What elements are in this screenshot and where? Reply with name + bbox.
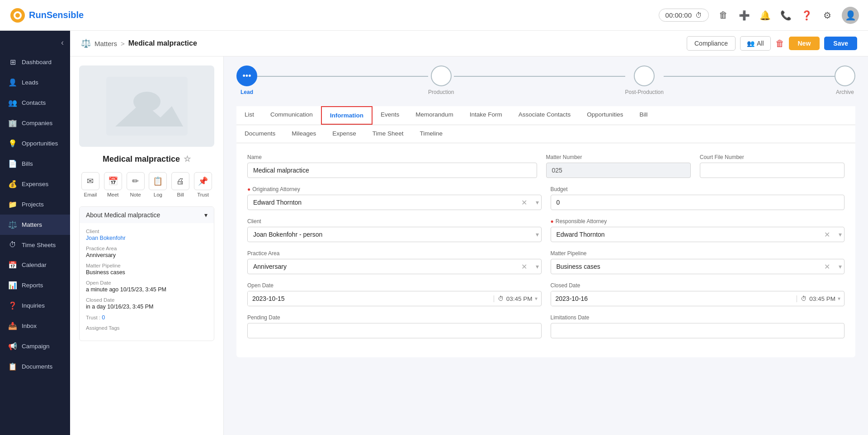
all-button[interactable]: 👥 All [740, 36, 771, 51]
sidebar-item-calendar[interactable]: 📅 Calendar [0, 255, 70, 275]
practice-area-label: Practice Area [247, 250, 542, 257]
about-trust-value[interactable]: 0 [102, 314, 105, 321]
matter-pipeline-input[interactable] [551, 259, 845, 274]
practice-area-arrow[interactable]: ▾ [536, 263, 539, 270]
pipeline-step-postprod[interactable]: Post-Production [625, 65, 664, 95]
compliance-button[interactable]: Compliance [687, 36, 736, 51]
tab-opportunities[interactable]: Opportunities [579, 106, 631, 125]
sidebar-item-contacts[interactable]: 👥 Contacts [0, 93, 70, 113]
settings-icon[interactable]: ⚙ [821, 9, 834, 22]
star-icon[interactable]: ☆ [184, 154, 191, 164]
limitations-date-input[interactable] [551, 323, 845, 338]
form-group-matter-number: Matter Number [546, 154, 691, 178]
tab-timeline[interactable]: Timeline [411, 125, 451, 143]
form-row-4: Practice Area ✕ ▾ Matter Pipeline [247, 250, 844, 274]
originating-attorney-clear[interactable]: ✕ [519, 198, 529, 207]
sidebar-item-timesheets[interactable]: ⏱ Time Sheets [0, 235, 70, 255]
budget-input[interactable] [551, 195, 845, 210]
responsible-attorney-input[interactable] [551, 227, 845, 242]
phone-icon[interactable]: 📞 [779, 9, 792, 22]
name-input[interactable] [247, 163, 537, 178]
tab-intake-form[interactable]: Intake Form [462, 106, 510, 125]
meet-icon: 📅 [104, 172, 122, 190]
matter-number-input[interactable] [546, 163, 691, 178]
tab-events[interactable]: Events [373, 106, 407, 125]
sidebar-item-inbox[interactable]: 📥 Inbox [0, 316, 70, 336]
open-date-input[interactable] [248, 291, 494, 306]
action-bill[interactable]: 🖨 Bill [171, 172, 189, 197]
pipeline-step-archive[interactable]: Archive [835, 65, 855, 95]
action-meet[interactable]: 📅 Meet [104, 172, 122, 197]
pipeline-step-lead[interactable]: ••• Lead [236, 65, 257, 95]
tab-associate-contacts[interactable]: Associate Contacts [510, 106, 579, 125]
matter-pipeline-arrow[interactable]: ▾ [839, 263, 842, 270]
action-email[interactable]: ✉ Email [81, 172, 99, 197]
sidebar-item-matters[interactable]: ⚖️ Matters [0, 215, 70, 235]
tab-bill[interactable]: Bill [632, 106, 656, 125]
sidebar-item-reports[interactable]: 📊 Reports [0, 275, 70, 295]
trash-icon[interactable]: 🗑 [717, 9, 730, 22]
sidebar-item-companies[interactable]: 🏢 Companies [0, 113, 70, 133]
open-time-arrow[interactable]: ▾ [535, 295, 538, 302]
help-icon[interactable]: ❓ [800, 9, 813, 22]
form-area: Name Matter Number Court File Number [236, 143, 855, 357]
save-button[interactable]: Save [824, 37, 857, 50]
originating-attorney-arrow[interactable]: ▾ [536, 199, 539, 206]
originating-attorney-input[interactable] [247, 195, 542, 210]
tab-documents[interactable]: Documents [236, 125, 283, 143]
sidebar-item-expenses[interactable]: 💰 Expenses [0, 174, 70, 194]
client-arrow[interactable]: ▾ [536, 231, 539, 238]
breadcrumb-parent[interactable]: Matters [94, 40, 117, 47]
tab-time-sheet[interactable]: Time Sheet [364, 125, 412, 143]
tab-mileages[interactable]: Mileages [283, 125, 324, 143]
sidebar-item-leads[interactable]: 👤 Leads [0, 72, 70, 93]
pending-date-input[interactable] [247, 323, 542, 338]
matter-title-section: Medical malpractice ☆ [79, 154, 214, 164]
pipeline-circle-archive [835, 65, 855, 86]
action-trust[interactable]: 📌 Trust [194, 172, 212, 197]
closed-date-input[interactable] [551, 291, 797, 306]
action-log[interactable]: 📋 Log [149, 172, 167, 197]
tab-expense[interactable]: Expense [324, 125, 364, 143]
client-select-wrapper: ▾ [247, 227, 542, 242]
closed-time-arrow[interactable]: ▾ [838, 295, 840, 302]
add-icon[interactable]: ➕ [738, 9, 750, 22]
sidebar-item-projects[interactable]: 📁 Projects [0, 194, 70, 215]
tab-communication[interactable]: Communication [262, 106, 321, 125]
matter-pipeline-clear[interactable]: ✕ [822, 262, 832, 271]
logo-icon [9, 7, 26, 24]
tab-information[interactable]: Information [321, 106, 373, 125]
timer-box[interactable]: 00:00:00 ⏱ [659, 9, 709, 22]
action-note[interactable]: ✏ Note [127, 172, 145, 197]
pending-date-label: Pending Date [247, 314, 542, 321]
about-client-value[interactable]: Joan Bokenfohr [86, 235, 208, 241]
court-file-input[interactable] [700, 163, 844, 178]
responsible-attorney-arrow[interactable]: ▾ [839, 231, 842, 238]
sidebar-item-dashboard[interactable]: ⊞ Dashboard [0, 52, 70, 72]
sidebar-item-campaign[interactable]: 📢 Campaign [0, 336, 70, 356]
responsible-attorney-label: ● Responsible Attorney [551, 218, 845, 225]
new-button[interactable]: New [789, 37, 820, 50]
about-pipeline-value: Business cases [86, 269, 208, 276]
tab-memorandum[interactable]: Memorandum [407, 106, 461, 125]
sidebar-collapse-button[interactable]: ‹ [61, 38, 64, 47]
sidebar-item-inquiries[interactable]: ❓ Inquiries [0, 295, 70, 316]
sidebar-item-bills[interactable]: 📄 Bills [0, 154, 70, 174]
log-label: Log [154, 192, 162, 197]
bill-label: Bill [177, 192, 184, 197]
about-trust-row: Trust : 0 [86, 314, 208, 321]
delete-button[interactable]: 🗑 [775, 38, 784, 49]
responsible-attorney-clear[interactable]: ✕ [822, 230, 832, 239]
tabs-row2: Documents Mileages Expense Time Sheet Ti… [236, 125, 855, 143]
practice-area-clear[interactable]: ✕ [519, 262, 529, 271]
pipeline-step-production[interactable]: Production [428, 65, 454, 95]
practice-area-input[interactable] [247, 259, 542, 274]
sidebar-item-opportunities[interactable]: 💡 Opportunities [0, 133, 70, 154]
limitations-date-label: Limitations Date [551, 314, 845, 321]
bell-icon[interactable]: 🔔 [759, 9, 771, 22]
tab-list[interactable]: List [236, 106, 262, 125]
client-input[interactable] [247, 227, 542, 242]
sidebar-item-documents[interactable]: 📋 Documents [0, 356, 70, 377]
avatar[interactable]: 👤 [842, 7, 859, 24]
about-header[interactable]: About Medical malpractice ▾ [80, 207, 214, 223]
